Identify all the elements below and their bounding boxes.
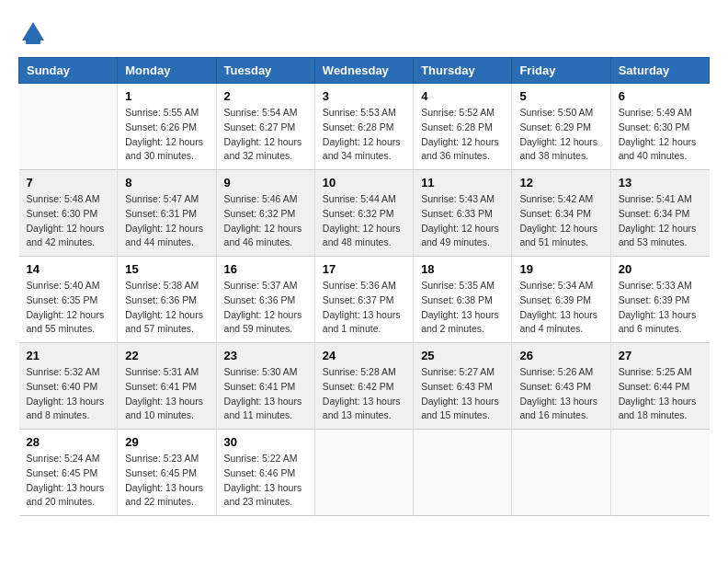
day-number: 23 <box>224 349 307 362</box>
calendar-cell: 17 Sunrise: 5:36 AMSunset: 6:37 PMDaylig… <box>314 257 413 343</box>
calendar-cell: 2 Sunrise: 5:54 AMSunset: 6:27 PMDayligh… <box>216 84 314 170</box>
day-info: Sunrise: 5:36 AMSunset: 6:37 PMDaylight:… <box>323 279 405 337</box>
day-info: Sunrise: 5:26 AMSunset: 6:43 PMDaylight:… <box>519 365 602 423</box>
day-number: 20 <box>619 262 702 276</box>
calendar-cell: 28 Sunrise: 5:24 AMSunset: 6:45 PMDaylig… <box>19 430 118 516</box>
calendar-cell: 11 Sunrise: 5:43 AMSunset: 6:33 PMDaylig… <box>414 170 512 257</box>
calendar-cell: 5 Sunrise: 5:50 AMSunset: 6:29 PMDayligh… <box>512 84 610 170</box>
svg-rect-1 <box>26 40 40 44</box>
calendar-cell: 6 Sunrise: 5:49 AMSunset: 6:30 PMDayligh… <box>610 84 709 170</box>
day-number: 12 <box>519 176 602 190</box>
calendar-cell: 21 Sunrise: 5:32 AMSunset: 6:40 PMDaylig… <box>19 343 118 430</box>
day-info: Sunrise: 5:43 AMSunset: 6:33 PMDaylight:… <box>421 192 504 250</box>
day-info: Sunrise: 5:54 AMSunset: 6:27 PMDaylight:… <box>224 106 307 164</box>
day-info: Sunrise: 5:47 AMSunset: 6:31 PMDaylight:… <box>125 192 208 250</box>
day-info: Sunrise: 5:27 AMSunset: 6:43 PMDaylight:… <box>421 365 504 423</box>
calendar-cell: 26 Sunrise: 5:26 AMSunset: 6:43 PMDaylig… <box>512 343 610 430</box>
day-info: Sunrise: 5:52 AMSunset: 6:28 PMDaylight:… <box>421 106 504 164</box>
day-number: 29 <box>125 435 208 449</box>
calendar-cell: 9 Sunrise: 5:46 AMSunset: 6:32 PMDayligh… <box>216 170 314 257</box>
day-number: 21 <box>27 349 110 362</box>
calendar-cell: 7 Sunrise: 5:48 AMSunset: 6:30 PMDayligh… <box>19 170 118 257</box>
day-number: 25 <box>421 349 504 362</box>
calendar-cell: 12 Sunrise: 5:42 AMSunset: 6:34 PMDaylig… <box>512 170 610 257</box>
calendar-cell <box>19 84 118 170</box>
calendar-cell: 4 Sunrise: 5:52 AMSunset: 6:28 PMDayligh… <box>414 84 512 170</box>
weekday-header: Sunday <box>19 58 118 84</box>
calendar-cell <box>414 430 512 516</box>
calendar-table: SundayMondayTuesdayWednesdayThursdayFrid… <box>18 57 710 516</box>
day-number: 17 <box>323 262 405 276</box>
day-info: Sunrise: 5:28 AMSunset: 6:42 PMDaylight:… <box>323 365 405 423</box>
day-number: 22 <box>125 349 208 362</box>
day-number: 6 <box>619 89 702 103</box>
calendar-cell: 13 Sunrise: 5:41 AMSunset: 6:34 PMDaylig… <box>610 170 709 257</box>
day-number: 3 <box>323 89 405 103</box>
day-number: 5 <box>519 89 602 103</box>
calendar-cell <box>610 430 709 516</box>
day-info: Sunrise: 5:41 AMSunset: 6:34 PMDaylight:… <box>619 192 702 250</box>
day-info: Sunrise: 5:38 AMSunset: 6:36 PMDaylight:… <box>125 279 208 337</box>
weekday-header: Tuesday <box>216 58 314 84</box>
page-header <box>18 18 710 48</box>
day-info: Sunrise: 5:30 AMSunset: 6:41 PMDaylight:… <box>224 365 307 423</box>
svg-marker-0 <box>22 22 44 40</box>
day-number: 14 <box>27 262 110 276</box>
weekday-header: Friday <box>512 58 610 84</box>
calendar-cell: 19 Sunrise: 5:34 AMSunset: 6:39 PMDaylig… <box>512 257 610 343</box>
calendar-cell: 23 Sunrise: 5:30 AMSunset: 6:41 PMDaylig… <box>216 343 314 430</box>
day-info: Sunrise: 5:22 AMSunset: 6:46 PMDaylight:… <box>224 452 307 510</box>
calendar-cell <box>512 430 610 516</box>
day-info: Sunrise: 5:37 AMSunset: 6:36 PMDaylight:… <box>224 279 307 337</box>
calendar-cell: 29 Sunrise: 5:23 AMSunset: 6:45 PMDaylig… <box>118 430 216 516</box>
calendar-cell: 30 Sunrise: 5:22 AMSunset: 6:46 PMDaylig… <box>216 430 314 516</box>
day-info: Sunrise: 5:42 AMSunset: 6:34 PMDaylight:… <box>519 192 602 250</box>
weekday-header: Thursday <box>414 58 512 84</box>
day-number: 10 <box>323 176 405 190</box>
day-number: 9 <box>224 176 307 190</box>
day-info: Sunrise: 5:24 AMSunset: 6:45 PMDaylight:… <box>27 452 110 510</box>
calendar-cell: 25 Sunrise: 5:27 AMSunset: 6:43 PMDaylig… <box>414 343 512 430</box>
day-number: 7 <box>27 176 110 190</box>
day-info: Sunrise: 5:46 AMSunset: 6:32 PMDaylight:… <box>224 192 307 250</box>
day-number: 8 <box>125 176 208 190</box>
calendar-cell: 3 Sunrise: 5:53 AMSunset: 6:28 PMDayligh… <box>314 84 413 170</box>
calendar-cell: 20 Sunrise: 5:33 AMSunset: 6:39 PMDaylig… <box>610 257 709 343</box>
day-info: Sunrise: 5:33 AMSunset: 6:39 PMDaylight:… <box>619 279 702 337</box>
weekday-header: Wednesday <box>314 58 413 84</box>
logo-icon <box>18 18 48 48</box>
day-number: 15 <box>125 262 208 276</box>
calendar-cell: 24 Sunrise: 5:28 AMSunset: 6:42 PMDaylig… <box>314 343 413 430</box>
day-number: 1 <box>125 89 208 103</box>
calendar-cell: 1 Sunrise: 5:55 AMSunset: 6:26 PMDayligh… <box>118 84 216 170</box>
day-info: Sunrise: 5:44 AMSunset: 6:32 PMDaylight:… <box>323 192 405 250</box>
day-number: 27 <box>619 349 702 362</box>
calendar-cell: 14 Sunrise: 5:40 AMSunset: 6:35 PMDaylig… <box>19 257 118 343</box>
logo <box>18 18 51 48</box>
day-info: Sunrise: 5:31 AMSunset: 6:41 PMDaylight:… <box>125 365 208 423</box>
day-info: Sunrise: 5:34 AMSunset: 6:39 PMDaylight:… <box>519 279 602 337</box>
day-number: 30 <box>224 435 307 449</box>
day-info: Sunrise: 5:49 AMSunset: 6:30 PMDaylight:… <box>619 106 702 164</box>
day-info: Sunrise: 5:48 AMSunset: 6:30 PMDaylight:… <box>27 192 110 250</box>
calendar-cell: 27 Sunrise: 5:25 AMSunset: 6:44 PMDaylig… <box>610 343 709 430</box>
day-number: 2 <box>224 89 307 103</box>
day-number: 28 <box>27 435 110 449</box>
day-number: 4 <box>421 89 504 103</box>
day-number: 18 <box>421 262 504 276</box>
day-info: Sunrise: 5:35 AMSunset: 6:38 PMDaylight:… <box>421 279 504 337</box>
weekday-header: Saturday <box>610 58 709 84</box>
day-info: Sunrise: 5:40 AMSunset: 6:35 PMDaylight:… <box>27 279 110 337</box>
calendar-cell: 22 Sunrise: 5:31 AMSunset: 6:41 PMDaylig… <box>118 343 216 430</box>
weekday-header: Monday <box>118 58 216 84</box>
calendar-cell: 15 Sunrise: 5:38 AMSunset: 6:36 PMDaylig… <box>118 257 216 343</box>
calendar-cell <box>314 430 413 516</box>
day-info: Sunrise: 5:32 AMSunset: 6:40 PMDaylight:… <box>27 365 110 423</box>
day-info: Sunrise: 5:23 AMSunset: 6:45 PMDaylight:… <box>125 452 208 510</box>
day-info: Sunrise: 5:53 AMSunset: 6:28 PMDaylight:… <box>323 106 405 164</box>
calendar-cell: 16 Sunrise: 5:37 AMSunset: 6:36 PMDaylig… <box>216 257 314 343</box>
calendar-cell: 8 Sunrise: 5:47 AMSunset: 6:31 PMDayligh… <box>118 170 216 257</box>
day-number: 16 <box>224 262 307 276</box>
day-number: 26 <box>519 349 602 362</box>
calendar-cell: 10 Sunrise: 5:44 AMSunset: 6:32 PMDaylig… <box>314 170 413 257</box>
